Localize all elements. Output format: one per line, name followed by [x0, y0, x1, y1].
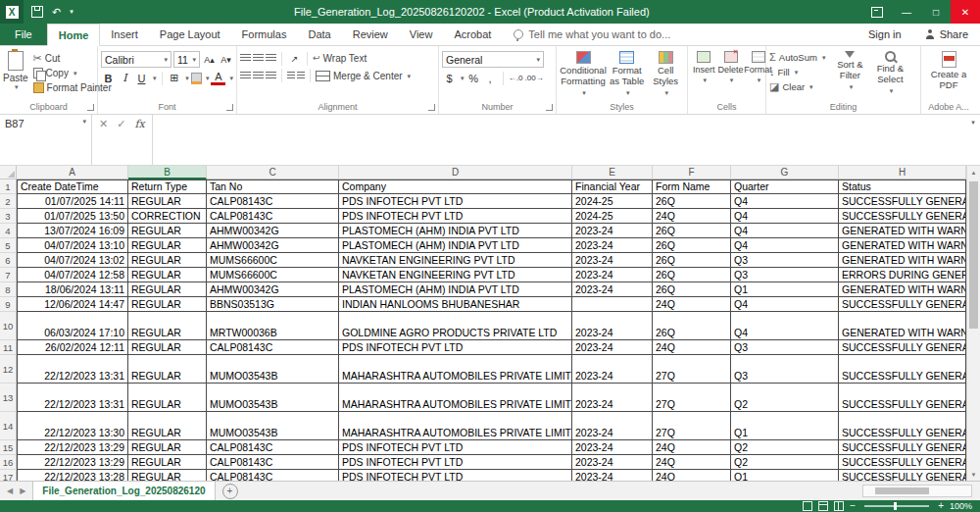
fill-button[interactable]: ↓ Fill ▾ [769, 67, 825, 77]
align-left-icon[interactable] [240, 72, 251, 80]
previous-sheet-icon[interactable]: ◀ [7, 486, 13, 495]
cell-styles-button[interactable]: Cell Styles ▾ [647, 49, 684, 98]
underline-button[interactable]: U [134, 71, 149, 85]
close-button[interactable]: ✕ [951, 0, 980, 24]
cell-D15[interactable]: PDS INFOTECH PVT LTD [339, 440, 572, 455]
scroll-down-icon[interactable]: ▼ [971, 468, 977, 481]
merge-center-button[interactable]: Merge & Center ▾ [316, 71, 411, 81]
cell-F9[interactable]: 24Q [653, 297, 731, 312]
column-header-A[interactable]: A [17, 166, 128, 179]
align-middle-icon[interactable] [253, 54, 264, 63]
cell-C15[interactable]: CALP08143C [207, 440, 339, 455]
zoom-slider[interactable] [864, 505, 929, 507]
cell-G9[interactable]: Q4 [731, 297, 839, 312]
tab-insert[interactable]: Insert [100, 24, 149, 45]
column-header-B[interactable]: B [128, 166, 207, 179]
cell-A13[interactable]: 22/12/2023 13:31 [17, 384, 128, 412]
page-layout-view-icon[interactable] [818, 501, 828, 511]
cell-B7[interactable]: REGULAR [128, 268, 207, 282]
cell-B6[interactable]: REGULAR [128, 253, 207, 268]
cell-D13[interactable]: MAHARASHTRA AUTOMOBILES PRIVATE LIMITED [339, 384, 572, 412]
cell-B8[interactable]: REGULAR [128, 282, 207, 297]
formula-bar-collapse-icon[interactable]: ▾ [971, 119, 975, 126]
cell-A8[interactable]: 18/06/2024 13:11 [17, 282, 128, 297]
cell-A10[interactable]: 06/03/2024 17:10 [17, 312, 128, 340]
horizontal-scrollbar[interactable] [862, 485, 972, 497]
alignment-dialog-launcher[interactable] [428, 104, 435, 111]
tab-formulas[interactable]: Formulas [231, 24, 298, 45]
new-sheet-button[interactable]: + [222, 484, 238, 499]
row-header-13[interactable]: 13 [0, 384, 17, 412]
font-size-select[interactable]: 11 ▾ [173, 51, 200, 68]
cell-G6[interactable]: Q3 [731, 253, 839, 268]
insert-function-icon[interactable]: fx [134, 118, 144, 130]
cell-E4[interactable]: 2023-24 [572, 224, 653, 238]
cell-D10[interactable]: GOLDMINE AGRO PRODUCTS PRIVATE LTD [339, 312, 572, 340]
wrap-text-button[interactable]: ↩ Wrap Text [313, 53, 367, 64]
cell-F11[interactable]: 24Q [653, 340, 731, 355]
cell-B4[interactable]: REGULAR [128, 224, 207, 238]
decrease-indent-icon[interactable] [287, 72, 295, 80]
cell-E2[interactable]: 2024-25 [572, 194, 653, 209]
horizontal-scrollbar-thumb[interactable] [875, 487, 929, 494]
cell-A3[interactable]: 01/07/2025 13:50 [17, 209, 128, 224]
row-header-15[interactable]: 15 [0, 440, 17, 455]
cell-C1[interactable]: Tan No [207, 179, 339, 194]
format-as-table-button[interactable]: Format as Table ▾ [607, 49, 647, 98]
cell-A16[interactable]: 22/12/2023 13:29 [17, 455, 128, 470]
cell-E10[interactable]: 2023-24 [572, 312, 653, 340]
cell-F4[interactable]: 26Q [653, 224, 731, 238]
cell-C9[interactable]: BBNS03513G [207, 297, 339, 312]
cell-H10[interactable]: GENERATED WITH WARNING [839, 312, 966, 340]
cell-C12[interactable]: MUMO03543B [207, 355, 339, 384]
row-header-9[interactable]: 9 [0, 297, 17, 312]
row-header-8[interactable]: 8 [0, 282, 17, 297]
sign-in-button[interactable]: Sign in [857, 24, 913, 45]
sort-filter-button[interactable]: Sort & Filter ▾ [829, 49, 870, 92]
cell-H2[interactable]: SUCCESSFULLY GENERATED [839, 194, 966, 209]
align-top-icon[interactable] [240, 54, 251, 63]
find-select-button[interactable]: Find & Select ▾ [870, 49, 909, 96]
minimize-button[interactable]: — [892, 0, 921, 24]
cell-C7[interactable]: MUMS66600C [207, 268, 339, 282]
cell-D14[interactable]: MAHARASHTRA AUTOMOBILES PRIVATE LIMITED [339, 412, 572, 440]
cell-F16[interactable]: 24Q [653, 455, 731, 470]
cell-E8[interactable]: 2023-24 [572, 282, 653, 297]
cell-F15[interactable]: 24Q [653, 440, 731, 455]
increase-indent-icon[interactable] [297, 72, 305, 80]
cell-A14[interactable]: 22/12/2023 13:30 [17, 412, 128, 440]
cell-F2[interactable]: 26Q [653, 194, 731, 209]
cell-B5[interactable]: REGULAR [128, 238, 207, 253]
cell-H11[interactable]: SUCCESSFULLY GENERATED [839, 340, 966, 355]
autosum-button[interactable]: Σ AutoSum ▾ [769, 52, 825, 63]
cell-B16[interactable]: REGULAR [128, 455, 207, 470]
bold-button[interactable]: B [101, 71, 116, 85]
normal-view-icon[interactable] [803, 501, 812, 511]
cell-G12[interactable]: Q3 [731, 355, 839, 384]
excel-app-icon[interactable]: X [0, 0, 24, 24]
cell-H1[interactable]: Status [839, 179, 966, 194]
scroll-up-icon[interactable]: ▲ [971, 166, 977, 179]
cell-F6[interactable]: 26Q [653, 253, 731, 268]
share-button[interactable]: Share [913, 24, 980, 45]
cell-C10[interactable]: MRTW00036B [207, 312, 339, 340]
cell-H5[interactable]: GENERATED WITH WARNING [839, 238, 966, 253]
comma-style-button[interactable]: , [483, 71, 498, 85]
cell-G4[interactable]: Q4 [731, 224, 839, 238]
cell-A4[interactable]: 13/07/2024 16:09 [17, 224, 128, 238]
column-header-D[interactable]: D [339, 166, 572, 179]
font-name-select[interactable]: Calibri ▾ [101, 51, 172, 68]
cell-G8[interactable]: Q1 [731, 282, 839, 297]
cell-E16[interactable]: 2023-24 [572, 455, 653, 470]
align-bottom-icon[interactable] [266, 54, 276, 63]
cell-G15[interactable]: Q2 [731, 440, 839, 455]
cell-B3[interactable]: CORRECTION [128, 209, 207, 224]
accounting-format-button[interactable]: $ [442, 71, 457, 85]
conditional-formatting-button[interactable]: Conditional Formatting ▾ [560, 49, 607, 98]
cell-F1[interactable]: Form Name [653, 179, 731, 194]
page-break-view-icon[interactable] [834, 501, 844, 511]
row-header-7[interactable]: 7 [0, 268, 17, 282]
fill-color-button[interactable] [191, 73, 202, 84]
cell-D5[interactable]: PLASTOMECH (AHM) INDIA PVT LTD [339, 238, 572, 253]
zoom-in-icon[interactable]: + [938, 501, 944, 511]
